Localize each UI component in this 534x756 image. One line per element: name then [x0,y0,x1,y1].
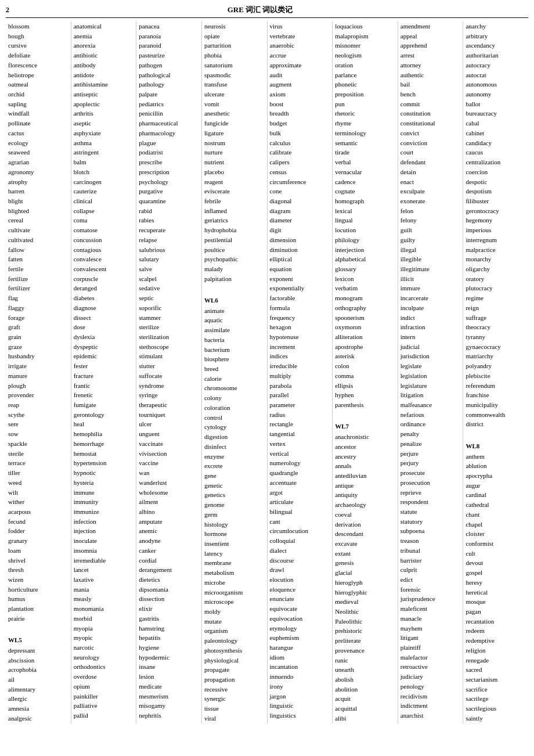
vocabulary-word: malfeasance [400,400,461,410]
vocabulary-word: bulk [270,128,330,138]
vocabulary-word: photosynthesis [204,646,265,656]
vocabulary-word: opiate [204,31,265,41]
vocabulary-word: anachronistic [335,432,395,442]
vocabulary-word: indices [270,351,330,361]
vocabulary-word: harangue [270,643,330,653]
vocabulary-word: fertilizer [8,283,68,293]
vocabulary-word: hypotenuse [270,332,330,342]
vocabulary-word: concussion [74,235,134,245]
vocabulary-word: devout [466,558,526,568]
vocabulary-word: misnomer [335,41,395,51]
vocabulary-word: malady [204,264,265,274]
vocabulary-word: autonomous [466,80,526,89]
vocabulary-word: stammer [139,313,199,323]
vocabulary-word: sterilization [139,332,199,342]
vocabulary-word: calibrate [270,147,330,157]
page-number: 2 [6,6,9,15]
vocabulary-word: eloquence [270,585,330,595]
vocabulary-word: terrace [8,458,68,468]
spacer [335,410,395,420]
vocabulary-word: prescription [139,167,199,177]
vocabulary-word: hypertension [74,458,134,468]
vocabulary-word: inculpate [400,303,461,313]
vocabulary-word: anemia [74,31,134,41]
vocabulary-word: exponentially [270,283,330,293]
vocabulary-word: hygiene [139,643,199,653]
vocabulary-word: ailment [139,497,199,507]
vocabulary-word: renegade [466,656,526,665]
vocabulary-word: acquit [335,694,395,704]
vocabulary-word: defoliate [8,51,68,60]
vocabulary-word: insomnia [74,546,134,556]
vocabulary-word: bureaucracy [466,109,526,118]
vocabulary-word: rhetoric [335,109,395,118]
vocabulary-word: retroactive [400,662,461,672]
page-header: 2 GRE 词汇 词以类记 [6,5,528,18]
vocabulary-word: insentient [204,539,265,549]
vocabulary-word: measly [74,594,134,604]
vocabulary-word: elliptical [270,254,330,264]
vocabulary-word: ecology [8,138,68,148]
vocabulary-word: approximate [270,60,330,70]
vocabulary-word: bough [8,31,68,41]
columns-container: blossomboughcursivedefoliateflorescenceh… [6,21,528,723]
vocabulary-word: psychopathic [204,254,265,264]
vocabulary-word: virus [270,21,330,31]
vocabulary-word: inflamed [204,206,265,216]
vocabulary-word: flaggy [8,303,68,313]
vocabulary-word: allergic [8,694,68,704]
vocabulary-word: antihistamine [74,80,134,89]
vocabulary-word: membrane [204,558,265,568]
vocabulary-word: mutate [204,617,265,627]
vocabulary-word: diameter [270,215,330,225]
vocabulary-word: legislature [400,381,461,391]
vocabulary-word: dyspeptic [74,342,134,352]
vocabulary-word: verbal [335,157,395,167]
vocabulary-word: interjection [335,245,395,255]
vocabulary-word: gene [204,471,265,481]
vocabulary-word: parenthesis [335,400,395,410]
vocabulary-word: amputate [139,517,199,527]
vocabulary-word: reign [466,303,526,313]
vocabulary-word: pathogen [139,60,199,70]
vocabulary-word: oligarchy [466,264,526,274]
vocabulary-word: husbandry [8,351,68,361]
vocabulary-word: polyandry [466,361,526,371]
vocabulary-word: poultice [204,245,265,255]
vocabulary-word: vertical [270,449,330,459]
vocabulary-word: diagonal [270,196,330,206]
vocabulary-word: statutory [400,517,461,527]
vocabulary-word: malpractice [466,245,526,255]
vocabulary-word: wizen [8,575,68,585]
vocabulary-word: podiatrist [139,147,199,157]
vocabulary-word: panacea [139,21,199,31]
vocabulary-word: sacred [466,665,526,675]
vocabulary-word: irrigate [8,361,68,371]
page-title: GRE 词汇 词以类记 [228,5,293,15]
vocabulary-word: prosecution [400,478,461,488]
vocabulary-word: salve [139,264,199,274]
vocabulary-word: collapse [74,206,134,216]
vocabulary-word: colony [204,393,265,403]
vocabulary-word: palpate [139,89,199,99]
vocabulary-word: jurisprudence [400,594,461,604]
vocabulary-word: germ [204,510,265,520]
vocabulary-word: relapse [139,235,199,245]
vocabulary-word: centralization [466,157,526,167]
vocabulary-word: linguistic [270,701,330,711]
vocabulary-word: gerontology [74,410,134,420]
vocabulary-word: tourniquet [139,410,199,420]
vocabulary-word: tiller [8,468,68,478]
vocabulary-word: quarantine [139,196,199,206]
vocabulary-word: cone [270,186,330,196]
vocabulary-word: vomit [204,99,265,109]
vocabulary-word: factorable [270,293,330,303]
vocabulary-word: Neolithic [335,607,395,617]
vocabulary-word: colloquial [270,536,330,546]
vocabulary-word: provender [8,390,68,400]
vocabulary-word: nurture [204,147,265,157]
vocabulary-word: detain [400,167,461,177]
column-3: panaceaparanoiaparanoidpasteurizepathoge… [136,21,202,723]
vocabulary-word: hormone [204,529,265,539]
vocabulary-word: blighted [8,206,68,216]
